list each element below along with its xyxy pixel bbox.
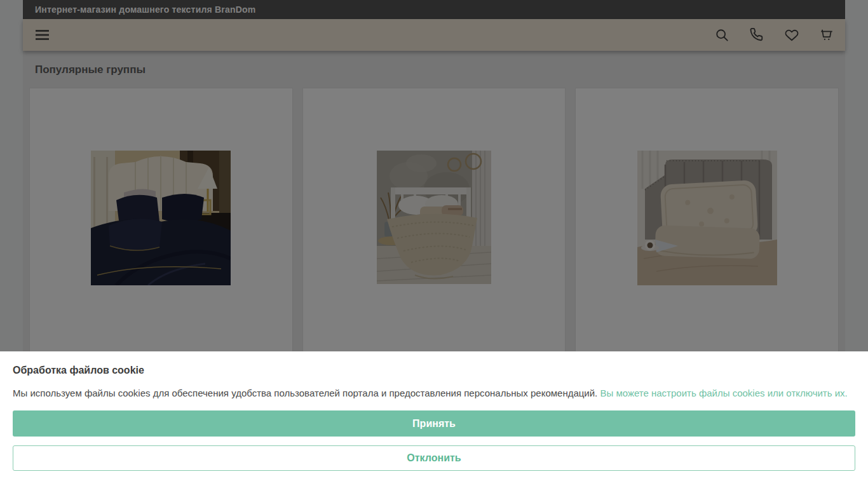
- decline-cookies-button[interactable]: Отклонить: [13, 445, 855, 471]
- accept-cookies-button[interactable]: Принять: [13, 410, 855, 437]
- cookie-banner-message: Мы используем файлы cookies для обеспече…: [13, 387, 855, 399]
- cookie-banner-title: Обработка файлов cookie: [13, 365, 855, 376]
- page: Интернет-магазин домашнего текстиля Bran…: [0, 0, 868, 488]
- cookie-settings-link[interactable]: Вы можете настроить файлы cookies или от…: [600, 388, 847, 398]
- cookie-banner: Обработка файлов cookie Мы используем фа…: [0, 351, 868, 488]
- cookie-message-text: Мы используем файлы cookies для обеспече…: [13, 388, 597, 398]
